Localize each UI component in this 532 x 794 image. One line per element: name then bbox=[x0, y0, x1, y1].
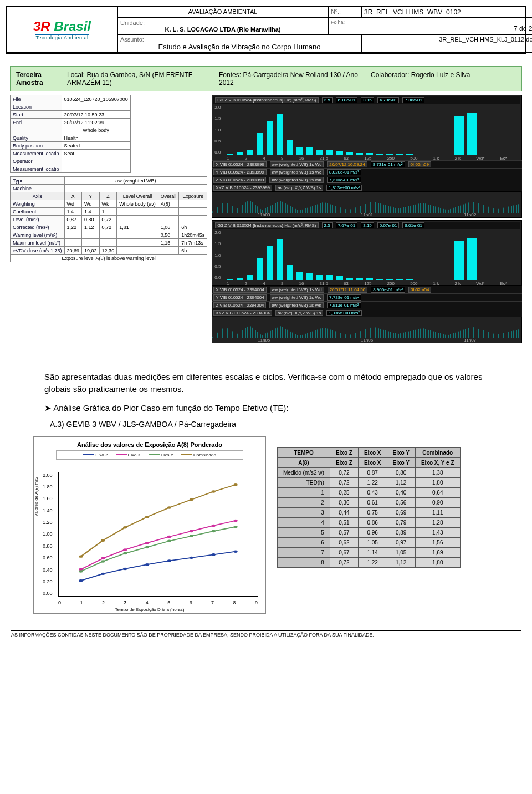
chart-y-axis: 0.000.200.400.600.801.001.201.401.601.80… bbox=[43, 472, 53, 597]
svg-point-13 bbox=[190, 530, 193, 532]
measurement-section: File010524_120720_105907000 Location Sta… bbox=[10, 95, 522, 343]
logo-brand: Brasil bbox=[54, 19, 91, 34]
svg-point-3 bbox=[145, 563, 149, 565]
measurement-table: Typeaw (weighted WB) Machine AxisXYZLeve… bbox=[10, 176, 207, 262]
assunto-value: Estudo e Avaliação de Vibração no Corpo … bbox=[120, 43, 359, 51]
svg-point-2 bbox=[123, 567, 127, 569]
chart-xlabel: Tempo de Exposição Diária (horas) bbox=[34, 607, 265, 612]
svg-point-23 bbox=[234, 525, 238, 527]
svg-point-22 bbox=[212, 530, 216, 532]
assunto-cell: Assunto: Estudo e Avaliação de Vibração … bbox=[117, 34, 361, 53]
folha-label: Folha: bbox=[331, 19, 532, 25]
doc-header: 3R Brasil Tecnologia Ambiental AVALIAÇÃO… bbox=[6, 6, 526, 54]
svg-point-1 bbox=[101, 572, 105, 574]
chart-ylabel: Valores de A(8) ms2 bbox=[34, 476, 39, 516]
svg-point-9 bbox=[101, 557, 105, 559]
svg-point-26 bbox=[123, 526, 127, 528]
subsection-a3: A.3) GEVIB 3 WBV / JLS-GAMBOA / Pá-Carre… bbox=[50, 420, 482, 429]
svg-point-27 bbox=[145, 516, 149, 518]
svg-point-17 bbox=[101, 560, 105, 562]
svg-point-20 bbox=[167, 539, 171, 542]
logo-3r: 3R bbox=[33, 19, 50, 34]
svg-point-7 bbox=[234, 550, 238, 552]
svg-point-14 bbox=[212, 524, 216, 526]
svg-point-10 bbox=[123, 548, 127, 551]
folha-cell: Folha: 7 de 20 bbox=[328, 18, 532, 34]
file-tables: File010524_120720_105907000 Location Sta… bbox=[10, 95, 207, 343]
tempo-table: TEMPOEixo ZEixo XEixo YCombinadoA(8)Eixo… bbox=[277, 447, 461, 568]
spectrum-block-2: G3 Z VIB 010524 [Instantaneous] Hz; (m/s… bbox=[212, 220, 522, 343]
svg-point-5 bbox=[190, 556, 193, 558]
page: 3R Brasil Tecnologia Ambiental AVALIAÇÃO… bbox=[0, 0, 532, 645]
svg-point-31 bbox=[234, 483, 238, 486]
no-label: Nº.: bbox=[328, 7, 361, 18]
svg-point-19 bbox=[145, 546, 149, 548]
file-info-table: File010524_120720_105907000 Location Sta… bbox=[10, 95, 131, 173]
spectrum-panels: G3 Z VIB 010524 [Instantaneous] Hz; (m/s… bbox=[212, 95, 522, 343]
svg-point-29 bbox=[190, 498, 193, 500]
svg-point-0 bbox=[79, 579, 83, 581]
svg-point-16 bbox=[79, 570, 83, 572]
svg-point-4 bbox=[167, 559, 171, 562]
svg-point-24 bbox=[79, 555, 83, 557]
svg-point-28 bbox=[167, 506, 171, 508]
svg-point-18 bbox=[123, 552, 127, 554]
chart-x-axis: 0123456789 bbox=[58, 600, 258, 605]
logo-subtitle: Tecnologia Ambiental bbox=[35, 34, 88, 40]
exposure-note: Exposure level A(8) is above warning lev… bbox=[11, 255, 207, 262]
sample-band: TerceiraAmostra Local: Rua da Gamboa, S/… bbox=[10, 66, 522, 91]
svg-point-6 bbox=[212, 553, 216, 556]
unidade-cell: Unidade: K. L. S. LOCACAO LTDA (Rio Mara… bbox=[117, 18, 328, 34]
folha-value: 7 de 20 bbox=[331, 25, 532, 33]
a8-line-chart: Análise dos valores de Exposição A(8) Po… bbox=[33, 436, 266, 614]
doc-title: AVALIAÇÃO AMBIENTAL bbox=[117, 7, 328, 18]
svg-point-25 bbox=[101, 539, 105, 541]
svg-point-12 bbox=[167, 535, 171, 537]
doc-ref-code: 3R_REL_VCH HMS_WBV_0102 bbox=[361, 7, 532, 18]
bottom-section: Análise dos valores de Exposição A(8) Po… bbox=[33, 436, 510, 614]
spectrum-block-1: G3 Z VIB 010524 [Instantaneous] Hz; (m/s… bbox=[212, 95, 522, 218]
body-paragraph: São apresentadas duas medições em difere… bbox=[44, 371, 488, 395]
svg-point-11 bbox=[145, 541, 149, 543]
svg-point-30 bbox=[212, 490, 216, 492]
svg-point-15 bbox=[234, 519, 238, 521]
footer-disclaimer: AS INFORMAÇÕES CONTIDAS NESTE DOCUMENTO … bbox=[11, 630, 521, 638]
chart-legend: Eixo ZEixo XEixo YCombinado bbox=[56, 450, 243, 460]
sample-fontes: Fontes: Pá-Carrgadeira New Rolland 130 /… bbox=[219, 71, 364, 86]
svg-point-21 bbox=[190, 535, 193, 537]
logo: 3R Brasil Tecnologia Ambiental bbox=[7, 7, 117, 53]
sample-label: TerceiraAmostra bbox=[16, 71, 60, 86]
chart-plot-area bbox=[58, 472, 258, 597]
unidade-value: K. L. S. LOCACAO LTDA (Rio Maravilha) bbox=[120, 26, 325, 33]
bullet-analysis: Análise Gráfica do Pior Caso em função d… bbox=[44, 403, 488, 413]
sample-colab: Colaborador: Rogerio Luiz e Silva bbox=[371, 71, 516, 86]
sample-local: Local: Rua da Gamboa, S/N (EM FRENTE ARM… bbox=[67, 71, 212, 86]
doc-file-ref: 3R_REL_VCH HMS_KLJ_0112.doc bbox=[361, 34, 532, 53]
chart-title: Análise dos valores de Exposição A(8) Po… bbox=[34, 437, 265, 450]
